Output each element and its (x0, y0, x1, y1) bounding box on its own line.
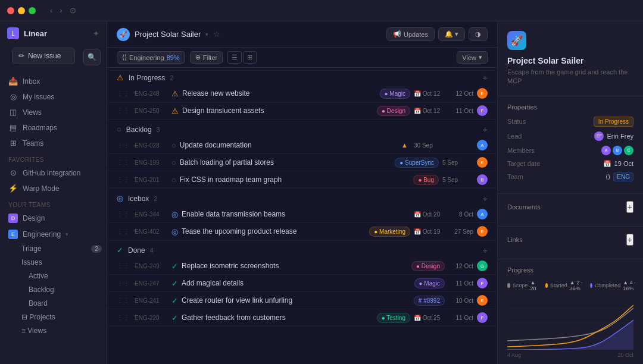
add-issue-button[interactable]: + (482, 245, 488, 255)
due-date: 5 Sep (442, 159, 473, 166)
add-issue-button[interactable]: + (482, 124, 488, 134)
drag-handle[interactable]: ⋮⋮ (117, 228, 130, 236)
scope-dot (507, 283, 510, 288)
table-row[interactable]: ⋮⋮ ENG-201 ○ Fix CSS in roadmap team gra… (107, 171, 497, 189)
sidebar-item-projects[interactable]: ⊟ Projects (17, 310, 107, 324)
code-icon: ⟨⟩ (122, 54, 127, 61)
sidebar-item-github[interactable]: ⊙ GitHub Integration (4, 165, 103, 180)
view-dropdown-button[interactable]: View ▾ (457, 51, 488, 64)
drag-handle[interactable]: ⋮⋮ (117, 280, 130, 287)
group-header-done: ✓ Done 4 + (107, 240, 497, 258)
due-date: 📅 Oct 12 (414, 108, 445, 114)
avatar: E (477, 295, 488, 306)
table-row[interactable]: ⋮⋮ ENG-220 ✓ Gather feedback from custom… (107, 309, 497, 327)
code-icon: ⟨⟩ (605, 173, 610, 181)
notification-button[interactable]: 🔔 ▾ (438, 27, 465, 41)
sidebar-item-my-issues[interactable]: ◎ My issues (4, 89, 103, 104)
sidebar-toggle-icon[interactable]: ✦ (93, 29, 99, 38)
forward-button[interactable]: › (57, 5, 64, 16)
table-row[interactable]: ⋮⋮ ENG-344 ◎ Enable data transmission be… (107, 206, 497, 223)
table-row[interactable]: ⋮⋮ ENG-199 ○ Batch loading of partial st… (107, 154, 497, 171)
due-date: 30 Sep (414, 142, 445, 149)
table-row[interactable]: ⋮⋮ ENG-241 ✓ Create router for view link… (107, 292, 497, 309)
sidebar-item-roadmaps[interactable]: ▤ Roadmaps (4, 120, 103, 135)
chevron-down-icon[interactable]: ▾ (205, 32, 208, 37)
warning-icon: ▲ (401, 142, 408, 149)
new-issue-button[interactable]: ✏ New issue (12, 48, 75, 64)
drag-handle[interactable]: ⋮⋮ (117, 176, 130, 184)
status-icon: ⚠ (171, 89, 179, 98)
sidebar-item-views-eng[interactable]: ≡ Views (17, 324, 107, 337)
close-button[interactable] (7, 7, 14, 14)
filter-button[interactable]: ⊕ Filter (190, 51, 223, 64)
sidebar-item-design[interactable]: D Design (4, 211, 103, 226)
status-row: Status In Progress (507, 117, 633, 127)
drag-handle[interactable]: ⋮⋮ (117, 90, 130, 98)
sidebar-item-triage[interactable]: Triage 2 (17, 242, 107, 255)
sidebar-item-engineering[interactable]: E Engineering ▾ (4, 227, 103, 242)
status-icon: ○ (171, 175, 176, 184)
sidebar-item-backlog[interactable]: Backlog (17, 283, 107, 296)
table-row[interactable]: ⋮⋮ ENG-249 ✓ Replace isometric screensho… (107, 258, 497, 275)
sidebar-item-board[interactable]: Board (17, 297, 107, 310)
theme-toggle-button[interactable]: ◑ (469, 27, 488, 41)
table-row[interactable]: ⋮⋮ ENG-402 ◎ Tease the upcoming product … (107, 223, 497, 240)
search-button[interactable]: 🔍 (83, 49, 101, 65)
drag-handle[interactable]: ⋮⋮ (117, 211, 130, 218)
members-row: Members A B C (507, 146, 633, 155)
github-icon: ⊙ (8, 168, 18, 177)
engineering-filter-chip[interactable]: ⟨⟩ Engineering 89% (117, 51, 185, 64)
app-container: L Linear ✦ ✏ New issue 🔍 📥 Inbox ◎ My is… (0, 21, 643, 364)
in-progress-icon: ⚠ (117, 73, 124, 82)
list-view-button[interactable]: ☰ (227, 51, 242, 64)
sidebar-item-inbox[interactable]: 📥 Inbox (4, 74, 103, 89)
add-document-button[interactable]: + (626, 201, 633, 213)
drag-handle[interactable]: ⋮⋮ (117, 314, 130, 322)
avatar: B (477, 174, 488, 185)
issues-list: ⚠ In Progress 2 + ⋮⋮ ENG-248 ⚠ Release n… (107, 68, 497, 364)
sidebar-item-teams[interactable]: ⊞ Teams (4, 136, 103, 150)
target-date-value: 19 Oct (614, 160, 633, 167)
status-badge[interactable]: In Progress (594, 117, 633, 127)
table-row[interactable]: ⋮⋮ ENG-250 ⚠ Design translucent assets ●… (107, 102, 497, 120)
minimize-button[interactable] (18, 7, 25, 14)
window-controls (7, 7, 36, 14)
star-icon[interactable]: ☆ (213, 30, 220, 39)
sidebar-item-active[interactable]: Active (17, 269, 107, 283)
avatar: E (477, 157, 488, 168)
status-icon: ◎ (171, 227, 178, 236)
drag-handle[interactable]: ⋮⋮ (117, 159, 130, 167)
sidebar-item-warp[interactable]: ⚡ Warp Mode (4, 181, 103, 196)
legend-started: Started ▲ 2 · 36% (545, 280, 583, 291)
progress-chart (507, 296, 633, 350)
status-icon: ✓ (171, 313, 178, 322)
grid-view-button[interactable]: ⊞ (243, 51, 257, 64)
new-issue-row: ✏ New issue 🔍 (0, 45, 107, 74)
due-date: 📅 Oct 20 (414, 211, 445, 218)
sidebar-item-issues[interactable]: Issues (17, 256, 107, 269)
teams-nav: D Design E Engineering ▾ (0, 211, 107, 242)
table-row[interactable]: ⋮⋮ ENG-248 ⚠ Release new website ● Magic… (107, 85, 497, 102)
label-testing: ● Testing (377, 313, 410, 323)
maximize-button[interactable] (29, 7, 36, 14)
table-row[interactable]: ⋮⋮ ENG-028 ○ Update documentation ▲ 30 S… (107, 137, 497, 154)
group-header-icebox: ◎ Icebox 2 + (107, 189, 497, 206)
drag-handle[interactable]: ⋮⋮ (117, 107, 130, 115)
add-link-button[interactable]: + (626, 234, 633, 246)
back-button[interactable]: ‹ (48, 5, 55, 16)
updates-button[interactable]: 📢 In Progress Updates (386, 27, 435, 41)
progress-title: Progress (507, 266, 633, 274)
design-team-icon: D (8, 214, 18, 223)
add-issue-button[interactable]: + (482, 73, 488, 83)
project-avatar: 🚀 (117, 28, 130, 41)
add-issue-button[interactable]: + (482, 193, 488, 203)
sidebar-item-views[interactable]: ◫ Views (4, 105, 103, 120)
history-button[interactable]: ⊙ (67, 5, 79, 16)
properties-section: Properties Status In Progress Lead EF Er… (498, 96, 643, 194)
drag-handle[interactable]: ⋮⋮ (117, 142, 130, 149)
drag-handle[interactable]: ⋮⋮ (117, 297, 130, 305)
due-date: 📅 Oct 12 (414, 90, 445, 97)
drag-handle[interactable]: ⋮⋮ (117, 262, 130, 270)
due-date: 📅 Oct 25 (414, 315, 445, 321)
table-row[interactable]: ⋮⋮ ENG-247 ✓ Add magical details ● Magic… (107, 275, 497, 292)
